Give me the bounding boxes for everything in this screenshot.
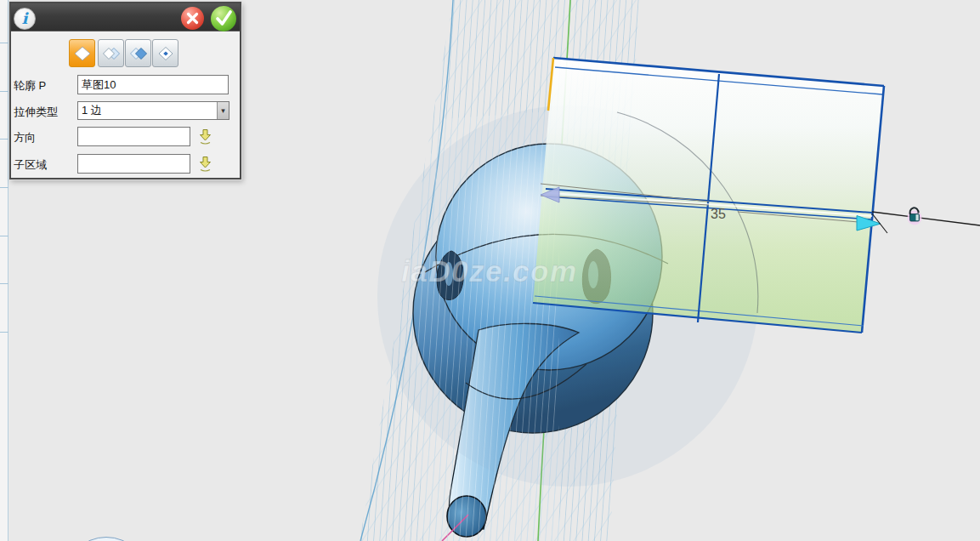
mode-button-diamond-dot[interactable] xyxy=(152,39,178,67)
mode-button-solid-diamond[interactable] xyxy=(69,39,95,67)
info-icon[interactable]: i xyxy=(14,8,36,30)
mode-button-double-diamond[interactable] xyxy=(98,39,124,67)
mode-button-diamond-pair-filled[interactable] xyxy=(125,39,151,67)
diamond-dot-icon xyxy=(156,45,175,62)
dialog-header[interactable]: i xyxy=(11,3,240,31)
left-ruler-strip xyxy=(0,0,8,541)
sketch-plane[interactable] xyxy=(533,58,884,333)
direction-picker-icon[interactable] xyxy=(198,128,212,145)
cancel-button[interactable] xyxy=(181,7,204,30)
direction-input[interactable] xyxy=(77,127,190,146)
subregion-input[interactable] xyxy=(77,154,190,174)
ruler-tick xyxy=(0,236,8,236)
dimension-value[interactable]: 35 xyxy=(711,207,726,221)
ruler-tick xyxy=(0,91,8,92)
cad-application-window: 35 iaD0ze.com i xyxy=(0,0,980,541)
diamond-solid-icon xyxy=(73,45,92,62)
extrude-type-dropdown[interactable]: 1 边 ▾ xyxy=(77,101,229,120)
confirm-button[interactable] xyxy=(211,6,236,31)
watermark: iaD0ze.com xyxy=(401,254,578,288)
ruler-tick xyxy=(0,283,8,284)
ruler-tick xyxy=(0,332,8,333)
close-x-icon xyxy=(181,7,204,30)
extrude-type-value: 1 边 xyxy=(82,102,102,119)
subregion-label: 子区域 xyxy=(14,157,47,173)
lock-icon[interactable] xyxy=(908,208,922,225)
ruler-tick xyxy=(0,187,8,188)
extrude-type-label: 拉伸类型 xyxy=(14,105,58,120)
dimension-leader-line xyxy=(872,212,980,225)
ruler-tick xyxy=(0,43,8,43)
ruler-tick xyxy=(0,139,8,140)
profile-input[interactable] xyxy=(77,75,229,94)
check-icon xyxy=(211,6,236,31)
chevron-down-icon[interactable]: ▾ xyxy=(217,102,229,119)
subregion-picker-icon[interactable] xyxy=(198,156,212,172)
direction-label: 方向 xyxy=(14,130,36,145)
extrude-dialog: i xyxy=(9,2,241,179)
profile-label: 轮廓 P xyxy=(14,78,46,94)
diamond-pair-filled-icon xyxy=(129,45,148,62)
diamond-double-icon xyxy=(102,45,121,62)
